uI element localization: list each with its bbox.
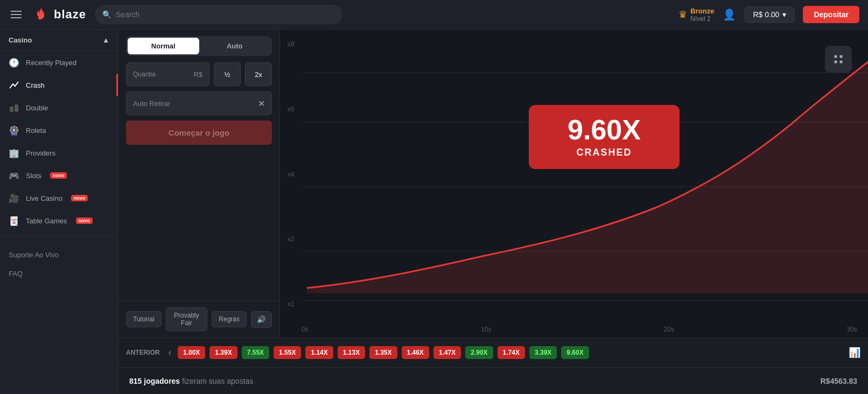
main-layout: Casino ▲ 🕐 Recently Played Crash Double [0,30,868,394]
regras-button[interactable]: Regras [212,311,247,327]
tutorial-button[interactable]: Tutorial [126,311,162,327]
auto-retirar-field[interactable]: Auto Retirar ✕ [126,92,272,115]
svg-rect-8 [835,55,837,58]
sidebar-item-providers[interactable]: 🏢 Providers [0,142,118,164]
search-input[interactable] [116,10,335,19]
crash-display: 9.60X CRASHED [529,105,680,169]
history-item-7[interactable]: 1.46X [402,346,429,359]
header-right: ♛ Bronze Nível 2 👤 R$ 0.00 ▾ Depositar [678,6,859,23]
sidebar-item-table-games[interactable]: 🃏 Table Games novo [0,209,118,232]
crown-icon: ♛ [678,9,687,20]
bottom-bar: 815 jogadores fizeram suas apostas R$456… [118,367,868,394]
slots-badge: novo [50,172,67,179]
history-label: ANTERIOR [126,349,160,356]
history-item-11[interactable]: 3.39X [529,346,557,359]
crash-graph-svg [280,30,868,337]
history-item-9[interactable]: 2.90X [465,346,493,359]
quantia-field[interactable]: Quantia R$ [126,62,209,86]
sidebar-item-live-casino[interactable]: 🎥 Live Casino novo [0,187,118,209]
tab-normal[interactable]: Normal [128,38,199,54]
players-text: 815 jogadores fizeram suas apostas [129,377,253,385]
svg-rect-1 [15,104,18,112]
logo-icon [32,6,50,23]
crash-icon [9,80,19,90]
crash-multiplier: 9.60X [550,116,658,144]
history-item-10[interactable]: 1.74X [498,346,525,359]
header: blaze 🔍 ♛ Bronze Nível 2 👤 R$ 0.00 ▾ Dep… [0,0,868,30]
history-item-2[interactable]: 7.55X [242,346,269,359]
sidebar-double-label: Double [26,104,48,112]
history-item-4[interactable]: 1.14X [305,346,333,359]
nivel-text: Nível 2 [690,15,714,23]
sidebar-table-games-label: Table Games [26,217,67,225]
history-item-3[interactable]: 1.55X [274,346,301,359]
sidebar-crash-label: Crash [26,81,45,89]
slots-icon: 🎮 [9,170,19,181]
svg-rect-0 [10,107,13,112]
table-games-badge: novo [76,217,93,224]
sidebar-item-recently-played[interactable]: 🕐 Recently Played [0,51,118,74]
live-casino-icon: 🎥 [9,193,19,203]
bronze-badge: ♛ Bronze Nível 2 [678,7,714,23]
search-bar[interactable]: 🔍 [95,5,342,24]
svg-rect-11 [840,61,843,64]
provably-fair-button[interactable]: Provably Fair [166,307,208,331]
history-item-5[interactable]: 1.13X [338,346,365,359]
history-item-1[interactable]: 1.39X [209,346,237,359]
sidebar-providers-label: Providers [26,149,55,157]
sidebar-bottom: Suporte Ao Vivo FAQ [0,241,118,287]
game-canvas: x8 x6 x4 x2 x1 [280,30,868,337]
user-icon[interactable]: 👤 [723,8,736,21]
sidebar-item-label: Recently Played [26,59,76,67]
balance-dropdown-icon: ▾ [782,10,786,19]
sidebar-section-casino: Casino ▲ [0,30,118,51]
players-suffix: fizeram suas apostas [182,377,253,385]
quantia-label: Quantia [133,71,156,78]
sidebar-live-casino-label: Live Casino [26,194,62,202]
quantia-currency: R$ [193,71,202,79]
live-casino-badge: novo [71,195,88,201]
balance-text: R$ 0.00 [753,10,779,19]
sidebar-faq-link[interactable]: FAQ [0,264,118,283]
logo-text: blaze [54,8,86,22]
history-item-6[interactable]: 1.35X [369,346,397,359]
sidebar-item-slots[interactable]: 🎮 Slots novo [0,164,118,187]
svg-rect-9 [840,55,843,58]
game-area: Normal Auto Quantia R$ ½ 2x Auto Retirar [118,30,868,337]
quantia-row: Quantia R$ ½ 2x [126,62,272,86]
depositar-button[interactable]: Depositar [803,6,859,23]
roleta-icon: 🎡 [9,125,19,136]
double-button[interactable]: 2x [245,62,272,86]
bet-form: Quantia R$ ½ 2x Auto Retirar ✕ Começar o… [118,62,279,145]
history-item-8[interactable]: 1.47X [433,346,461,359]
history-item-0[interactable]: 1.00X [178,346,205,359]
balance-button[interactable]: R$ 0.00 ▾ [745,6,794,23]
sidebar-roleta-label: Roleta [26,126,46,135]
x-label-20s: 20s [664,326,674,333]
sound-button[interactable]: 🔊 [251,311,272,328]
sidebar-collapse-icon[interactable]: ▲ [102,36,109,44]
clock-icon: 🕐 [9,57,19,68]
half-button[interactable]: ½ [214,62,241,86]
sidebar: Casino ▲ 🕐 Recently Played Crash Double [0,30,118,394]
content-area: Normal Auto Quantia R$ ½ 2x Auto Retirar [118,30,868,394]
providers-icon: 🏢 [9,147,19,158]
sidebar-section-label: Casino [9,36,32,44]
stats-icon[interactable]: 📊 [849,347,860,358]
sidebar-item-roleta[interactable]: 🎡 Roleta [0,119,118,142]
left-panel: Normal Auto Quantia R$ ½ 2x Auto Retirar [118,30,280,337]
auto-retirar-label: Auto Retirar [133,100,258,108]
auto-retirar-close-icon[interactable]: ✕ [258,99,265,109]
sidebar-item-crash[interactable]: Crash [0,74,118,96]
rocket-icon [825,46,852,73]
history-prev-icon[interactable]: ‹ [166,346,173,360]
sidebar-suporte-link[interactable]: Suporte Ao Vivo [0,245,118,264]
start-game-button[interactable]: Começar o jogo [126,121,272,145]
sidebar-divider [0,236,118,237]
x-label-30s: 30s [847,326,857,333]
sidebar-item-double[interactable]: Double [0,96,118,119]
table-games-icon: 🃏 [9,215,19,226]
hamburger-menu[interactable] [9,9,24,20]
tab-auto[interactable]: Auto [199,38,271,54]
history-item-12[interactable]: 9.60X [561,346,589,359]
